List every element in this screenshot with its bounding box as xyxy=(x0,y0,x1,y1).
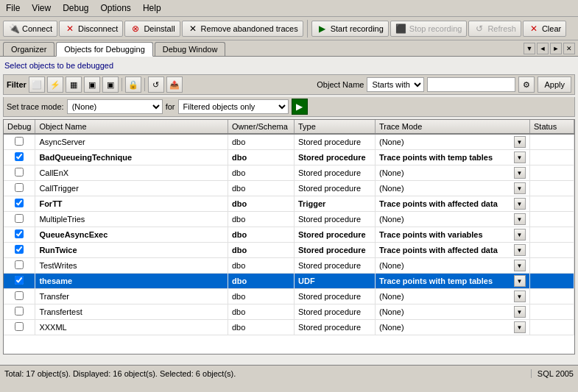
trace-mode-dropdown-btn[interactable]: ▼ xyxy=(514,321,526,333)
tab-debug-window[interactable]: Debug Window xyxy=(155,42,226,56)
tab-navigation: ▼ ◄ ► ✕ xyxy=(524,43,575,56)
table-row[interactable]: TestWritesdboStored procedure(None)▼ xyxy=(4,258,574,274)
debug-checkbox[interactable] xyxy=(15,291,24,300)
owner-cell: dbo xyxy=(228,181,295,196)
table-row[interactable]: TransfertestdboStored procedure(None)▼ xyxy=(4,304,574,320)
tab-nav-dropdown[interactable]: ▼ xyxy=(524,43,535,54)
owner-cell: dbo xyxy=(228,243,295,258)
clear-button[interactable]: ✕ Clear xyxy=(523,21,566,37)
debug-checkbox[interactable] xyxy=(15,276,24,285)
debug-checkbox[interactable] xyxy=(15,137,24,146)
object-name-cell: CallEnX xyxy=(35,165,228,181)
trace-mode-label: Set trace mode: xyxy=(7,102,64,111)
trace-mode-dropdown-btn[interactable]: ▼ xyxy=(514,198,526,210)
trace-mode-cell: Trace points with variables▼ xyxy=(376,227,530,242)
owner-cell: dbo xyxy=(228,227,295,243)
debug-checkbox[interactable] xyxy=(15,245,24,254)
trace-mode-cell: (None)▼ xyxy=(376,181,530,196)
col-type[interactable]: Type xyxy=(295,120,376,134)
debug-checkbox[interactable] xyxy=(15,229,24,238)
table-row[interactable]: BadQueueingTechniquedboStored procedureT… xyxy=(4,150,574,165)
trace-mode-dropdown-btn[interactable]: ▼ xyxy=(514,275,526,287)
trace-mode-dropdown-btn[interactable]: ▼ xyxy=(514,291,526,302)
remove-button[interactable]: ✕ Remove abandoned traces xyxy=(182,21,303,37)
disconnect-button[interactable]: ✕ Disconnect xyxy=(59,21,123,37)
trace-go-button[interactable]: ▶ xyxy=(292,99,308,115)
status-cell xyxy=(530,289,574,304)
debug-checkbox[interactable] xyxy=(15,152,24,161)
starts-with-select[interactable]: Starts with Contains Ends with Equals xyxy=(367,77,424,92)
table-row[interactable]: CallEnXdboStored procedure(None)▼ xyxy=(4,165,574,181)
menu-debug[interactable]: Debug xyxy=(57,1,94,15)
table-row[interactable]: thesamedboUDFTrace points with temp tabl… xyxy=(4,274,574,289)
stop-recording-button[interactable]: ⬛ Stop recording xyxy=(390,21,468,37)
filter-btn-lock[interactable]: 🔒 xyxy=(125,76,141,93)
tab-nav-close[interactable]: ✕ xyxy=(563,43,575,54)
table-row[interactable]: MultipleTriesdboStored procedure(None)▼ xyxy=(4,212,574,227)
tab-objects-for-debugging[interactable]: Objects for Debugging xyxy=(56,42,152,57)
menu-help[interactable]: Help xyxy=(137,1,167,15)
trace-mode-dropdown-btn[interactable]: ▼ xyxy=(514,182,526,194)
table-row[interactable]: CallTriggerdboStored procedure(None)▼ xyxy=(4,181,574,196)
trace-mode-dropdown-btn[interactable]: ▼ xyxy=(514,229,526,240)
trace-mode-cell: Trace points with affected data▼ xyxy=(376,243,530,257)
col-owner[interactable]: Owner/Schema xyxy=(228,120,295,134)
filtered-objects-select[interactable]: Filtered objects only All objects Select… xyxy=(178,99,289,114)
debug-checkbox[interactable] xyxy=(15,168,24,177)
filter-btn-2[interactable]: ⚡ xyxy=(47,76,63,93)
filter-icon-btn-extra[interactable]: ⚙ xyxy=(518,76,535,93)
filter-btn-export[interactable]: 📤 xyxy=(166,76,183,93)
tab-nav-next[interactable]: ► xyxy=(550,43,562,54)
table-row[interactable]: QueueAsyncExecdboStored procedureTrace p… xyxy=(4,227,574,243)
deinstall-button[interactable]: ⊗ Deinstall xyxy=(124,21,180,37)
tab-organizer[interactable]: Organizer xyxy=(3,42,54,56)
menu-file[interactable]: File xyxy=(0,1,26,15)
table-row[interactable]: AsyncServerdboStored procedure(None)▼ xyxy=(4,134,574,150)
trace-mode-dropdown-btn[interactable]: ▼ xyxy=(514,167,526,179)
filter-btn-4[interactable]: ▣ xyxy=(84,76,100,93)
filter-btn-5[interactable]: ▣ xyxy=(102,76,119,93)
filter-btn-3[interactable]: ▦ xyxy=(66,76,82,93)
select-objects-label: Select objects to be debugged xyxy=(3,60,575,71)
type-cell: Stored procedure xyxy=(295,134,376,150)
table-row[interactable]: XXXMLdboStored procedure(None)▼ xyxy=(4,320,574,335)
debug-checkbox[interactable] xyxy=(15,322,24,331)
trace-mode-cell: (None)▼ xyxy=(376,212,530,227)
trace-mode-dropdown-btn[interactable]: ▼ xyxy=(514,136,526,148)
col-status[interactable]: Status xyxy=(530,120,574,134)
object-name-input[interactable] xyxy=(427,77,515,92)
trace-mode-cell: Trace points with temp tables▼ xyxy=(376,150,530,165)
menu-view[interactable]: View xyxy=(26,1,57,15)
col-object-name[interactable]: Object Name xyxy=(35,120,228,134)
table-row[interactable]: RunTwicedboStored procedureTrace points … xyxy=(4,243,574,258)
debug-checkbox[interactable] xyxy=(15,260,24,269)
trace-mode-dropdown-btn[interactable]: ▼ xyxy=(514,244,526,256)
col-trace-mode[interactable]: Trace Mode xyxy=(376,120,530,134)
debug-checkbox[interactable] xyxy=(15,307,24,316)
object-name-cell: thesame xyxy=(35,274,228,289)
type-cell: Stored procedure xyxy=(295,150,376,165)
apply-button[interactable]: Apply xyxy=(538,76,571,93)
trace-mode-dropdown-btn[interactable]: ▼ xyxy=(514,306,526,318)
table-row[interactable]: TransferdboStored procedure(None)▼ xyxy=(4,289,574,304)
trace-mode-select[interactable]: (None) xyxy=(67,99,163,114)
trace-mode-dropdown-btn[interactable]: ▼ xyxy=(514,152,526,163)
connect-button[interactable]: 🔌 Connect xyxy=(3,21,57,37)
refresh-button[interactable]: ↺ Refresh xyxy=(468,21,521,37)
debug-checkbox[interactable] xyxy=(15,183,24,192)
start-recording-button[interactable]: ▶ Start recording xyxy=(311,21,389,37)
trace-mode-dropdown-btn[interactable]: ▼ xyxy=(514,260,526,271)
trace-mode-dropdown-btn[interactable]: ▼ xyxy=(514,213,526,225)
filter-btn-1[interactable]: ⬜ xyxy=(29,76,45,93)
status-cell xyxy=(530,134,574,150)
table-row[interactable]: ForTTdboTriggerTrace points with affecte… xyxy=(4,196,574,212)
objects-table-container[interactable]: Debug Object Name Owner/Schema Type Trac… xyxy=(3,119,575,354)
debug-checkbox[interactable] xyxy=(15,199,24,207)
filter-btn-refresh[interactable]: ↺ xyxy=(148,76,164,93)
col-debug[interactable]: Debug xyxy=(4,120,35,134)
status-cell xyxy=(530,258,574,274)
tab-nav-prev[interactable]: ◄ xyxy=(537,43,549,54)
filter-bar: Filter ⬜ ⚡ ▦ ▣ ▣ 🔒 ↺ 📤 Object Name Start… xyxy=(3,74,575,95)
debug-checkbox[interactable] xyxy=(15,214,24,223)
menu-options[interactable]: Options xyxy=(95,1,137,15)
